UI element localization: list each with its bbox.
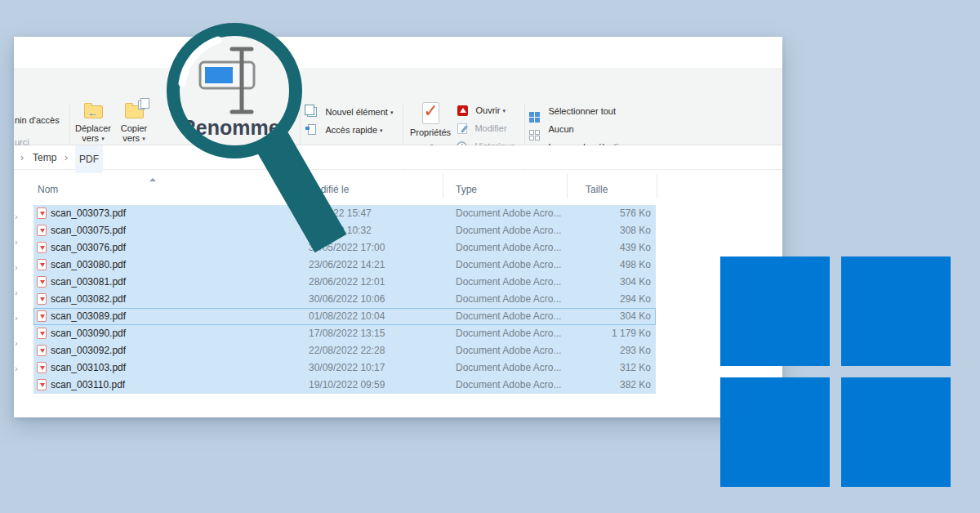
tree-expander-icon[interactable] <box>15 312 23 323</box>
windows-logo-square <box>841 377 951 487</box>
chevron-right-icon[interactable] <box>20 145 24 170</box>
column-header-type[interactable]: Type <box>456 184 477 195</box>
adobe-acrobat-icon <box>457 105 468 116</box>
clipped-copy-path-label[interactable]: nin d'accès <box>15 115 60 125</box>
properties-check-icon <box>422 102 439 124</box>
file-row[interactable]: scan_003092.pdf 22/08/2022 22:28 Documen… <box>33 342 656 359</box>
rename-selection-fill <box>205 67 233 83</box>
move-to-icon: ← <box>84 105 103 118</box>
pdf-file-icon <box>37 207 47 219</box>
tree-expander-icon[interactable] <box>15 261 23 273</box>
file-row-focused[interactable]: scan_003089.pdf 01/08/2022 10:04 Documen… <box>33 308 656 325</box>
select-none-button[interactable]: Aucun <box>529 121 574 141</box>
file-row[interactable]: scan_003103.pdf 30/09/2022 10:17 Documen… <box>33 359 656 377</box>
file-row[interactable]: scan_003082.pdf 30/06/2022 10:06 Documen… <box>33 291 656 308</box>
breadcrumb-item-temp[interactable]: Temp <box>33 145 56 170</box>
open-button[interactable]: Ouvrir <box>457 102 506 117</box>
pdf-file-icon <box>37 345 47 356</box>
file-row[interactable]: scan_003110.pdf 19/10/2022 09:59 Documen… <box>33 377 656 394</box>
explorer-window: nin d'accès urci ← Déplacer vers Copier … <box>14 37 782 417</box>
pdf-file-icon <box>37 362 47 373</box>
tree-expander-icon[interactable] <box>15 363 23 374</box>
left-arrow-icon: ← <box>88 106 98 119</box>
promo-canvas: nin d'accès urci ← Déplacer vers Copier … <box>0 0 980 513</box>
magnifier-graphic: Renommer <box>135 4 355 265</box>
windows-logo-square <box>720 377 830 487</box>
windows-logo-square <box>720 256 830 366</box>
pdf-file-icon <box>37 242 47 253</box>
move-to-button[interactable]: ← Déplacer vers <box>72 102 114 143</box>
properties-button[interactable]: Propriétés <box>408 102 453 152</box>
select-all-button[interactable]: Sélectionner tout <box>529 103 616 123</box>
column-separator[interactable] <box>567 174 568 199</box>
breadcrumb-item-pdf[interactable]: PDF <box>75 145 103 173</box>
magnifier-handle <box>272 141 331 243</box>
file-row[interactable]: scan_003081.pdf 28/06/2022 12:01 Documen… <box>33 274 656 291</box>
column-header-size[interactable]: Taille <box>586 184 608 195</box>
pdf-file-icon <box>37 328 47 339</box>
column-header-name[interactable]: Nom <box>38 184 58 195</box>
pdf-file-icon <box>37 293 47 305</box>
tree-expander-icon[interactable] <box>15 211 23 222</box>
column-separator[interactable] <box>443 174 443 199</box>
tree-expander-icon[interactable] <box>15 236 23 248</box>
pdf-file-icon <box>37 276 47 288</box>
pdf-file-icon <box>37 310 47 322</box>
tree-expander-icon[interactable] <box>15 337 23 349</box>
edit-button: Modifier <box>457 120 507 135</box>
ribbon: nin d'accès urci ← Déplacer vers Copier … <box>14 68 782 145</box>
tree-expander-icon[interactable] <box>15 287 23 298</box>
windows-logo <box>720 256 951 487</box>
file-row[interactable]: scan_003090.pdf 17/08/2022 13:15 Documen… <box>33 325 656 342</box>
windows-logo-square <box>841 256 951 366</box>
edit-pencil-icon <box>457 123 467 134</box>
pdf-file-icon <box>37 225 47 236</box>
column-separator[interactable] <box>657 174 657 199</box>
address-bar[interactable]: Temp PDF <box>14 145 782 170</box>
pdf-file-icon <box>37 379 47 390</box>
pdf-file-icon <box>37 259 47 270</box>
chevron-right-icon[interactable] <box>65 145 68 170</box>
